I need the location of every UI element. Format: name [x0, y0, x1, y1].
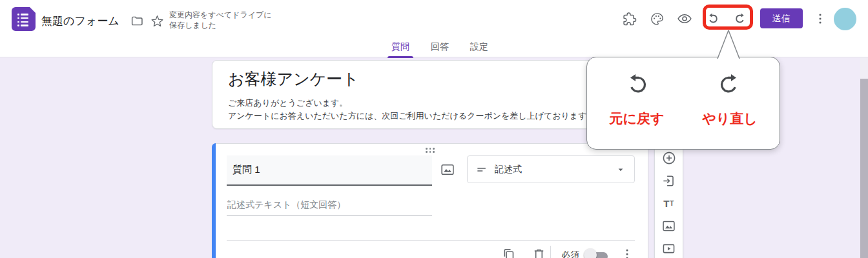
callout-pointer [714, 28, 743, 61]
card-divider [227, 240, 635, 241]
theme-palette-icon[interactable] [649, 11, 665, 26]
move-to-folder-icon[interactable] [129, 13, 145, 28]
add-question-icon[interactable] [661, 150, 677, 166]
tab-settings[interactable]: 設定 [468, 39, 490, 57]
undo-redo-callout: 元に戻す やり直し [586, 57, 780, 150]
question-title-input[interactable]: 質問 1 [227, 155, 432, 186]
delete-icon[interactable] [531, 246, 546, 258]
document-title[interactable]: 無題のフォーム [41, 14, 119, 28]
send-button[interactable]: 送信 [760, 8, 803, 28]
scrollbar-thumb[interactable] [860, 79, 868, 258]
tab-questions[interactable]: 質問 [389, 39, 411, 57]
tab-responses[interactable]: 回答 [429, 39, 451, 57]
actions-divider [550, 246, 551, 258]
star-icon[interactable] [149, 13, 165, 28]
form-title-input[interactable]: お客様アンケート [228, 68, 359, 90]
add-image-tool-icon[interactable] [661, 217, 677, 234]
preview-eye-icon[interactable] [677, 11, 692, 26]
required-toggle[interactable] [586, 246, 608, 258]
active-tab-underline [388, 56, 413, 59]
undo-large-icon [622, 70, 652, 100]
account-avatar[interactable] [834, 8, 856, 30]
import-questions-icon[interactable] [661, 172, 677, 189]
drag-handle-icon[interactable] [426, 148, 435, 153]
google-forms-editor: 無題のフォーム 変更内容をすべてドライブに 保存しました [0, 0, 868, 258]
question-toolbar: TT [654, 143, 683, 258]
save-status: 変更内容をすべてドライブに 保存しました [169, 10, 272, 30]
logo-fold [30, 7, 36, 13]
add-title-icon[interactable]: TT [661, 195, 677, 212]
question-type-dropdown[interactable]: 記述式 [467, 155, 635, 183]
required-label: 必須 [561, 247, 579, 258]
question-more-icon[interactable] [619, 246, 635, 258]
add-video-icon[interactable] [661, 240, 677, 257]
add-image-icon[interactable] [440, 162, 455, 177]
editor-tabs: 質問 回答 設定 [389, 39, 490, 57]
redo-callout-label: やり直し [702, 110, 757, 128]
highlight-box [703, 5, 753, 30]
question-type-label: 記述式 [495, 164, 608, 175]
form-description-input[interactable]: ご来店ありがとうございます。 アンケートにお答えいただいた方には、次回ご利用いた… [228, 97, 595, 123]
forms-logo-icon[interactable] [12, 7, 36, 31]
form-title-card: お客様アンケート ご来店ありがとうございます。 アンケートにお答えいただいた方に… [212, 60, 648, 129]
addons-icon[interactable] [621, 11, 637, 26]
answer-placeholder: 記述式テキスト（短文回答） [227, 195, 432, 216]
undo-callout-label: 元に戻す [610, 110, 665, 128]
question-card: 質問 1 記述式 記述式テキスト（短文回答） 必須 [212, 143, 648, 258]
redo-large-icon [715, 70, 745, 100]
duplicate-icon[interactable] [501, 246, 517, 258]
short-answer-icon [475, 163, 488, 176]
selected-question-indicator [212, 143, 216, 258]
chevron-down-icon [615, 164, 626, 175]
logo-list-glyph [17, 14, 28, 26]
more-options-icon[interactable] [812, 11, 828, 26]
question-actions: 必須 [501, 246, 635, 258]
